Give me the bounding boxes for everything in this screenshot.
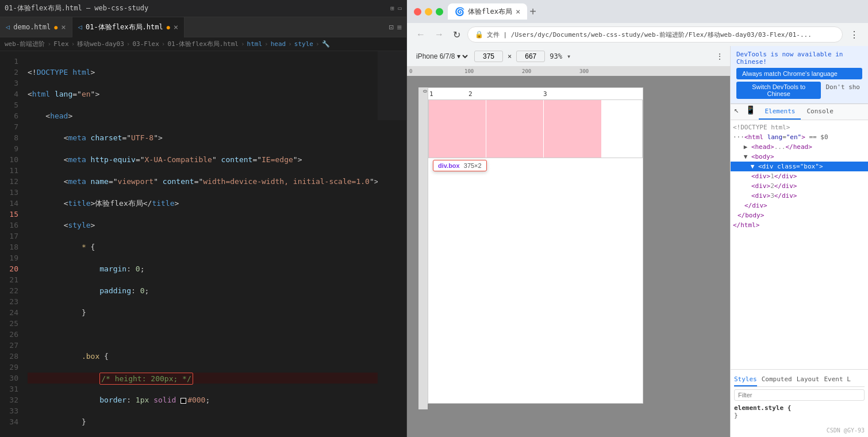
tab-label-active: 01-体验flex布局.html — [86, 22, 163, 32]
new-tab-button[interactable]: + — [529, 5, 536, 18]
tooltip-label: div.box — [438, 162, 460, 169]
code-content[interactable]: <!DOCTYPE html> <html lang="en"> <head> … — [23, 51, 378, 437]
device-select[interactable]: iPhone 6/7/8 ▾ — [414, 52, 470, 61]
close-window-button[interactable] — [414, 8, 421, 16]
close-tab-demo[interactable]: × — [61, 22, 66, 32]
browser-tab[interactable]: 🌀 体验flex布局 × — [448, 3, 527, 20]
back-button[interactable]: ← — [414, 27, 428, 42]
demo-div-1 — [429, 100, 486, 158]
tab-actions: ⊡ ≡ — [389, 22, 406, 32]
lock-icon: 🔒 — [475, 30, 483, 39]
demo-box — [428, 99, 643, 158]
watermark: CSDN @GY-93 — [734, 421, 865, 434]
modified-dot-2: ● — [167, 24, 170, 30]
dom-node-body[interactable]: ▼ <body> — [731, 152, 868, 162]
dont-show-button[interactable]: Don't sho — [823, 82, 862, 99]
styles-tab-styles[interactable]: Styles — [734, 373, 757, 386]
bc-4: 03-Flex — [132, 40, 159, 48]
traffic-lights — [414, 8, 443, 16]
tooltip-size: 375×2 — [464, 162, 482, 169]
demo-div-3 — [544, 100, 601, 158]
ruler-top: 0 100 200 300 — [407, 67, 730, 76]
editor-tabs: ◁ demo.html ● × ◁ 01-体验flex布局.html ● × ⊡… — [0, 17, 406, 37]
browser-panel: 🌀 体验flex布局 × + ← → ↻ 🔒 文件 | /Users/dyc/D… — [407, 0, 868, 437]
devtools-icon-device[interactable]: 📱 — [742, 104, 759, 120]
browser-tab-title: 体验flex布局 — [468, 7, 512, 17]
favicon-icon: 🌀 — [455, 7, 464, 16]
bc-5: 01-体验flex布局.html — [167, 40, 238, 48]
devtools-more[interactable]: ⋮ — [716, 52, 723, 60]
editor-title: 01-体验flex布局.html — web-css-study — [5, 3, 148, 13]
split-icon[interactable]: ⊡ — [389, 22, 393, 32]
num-2-label: 2 — [468, 90, 473, 98]
height-input[interactable] — [516, 51, 545, 62]
phone-frame-wrapper: 1 2 3 div.box 375×2 — [428, 87, 643, 404]
bc-9: 🔧 — [322, 40, 330, 48]
notification-text: DevTools is now available in Chinese! — [736, 51, 843, 66]
cursor-icon: ↖ — [734, 105, 739, 114]
breadcrumb: web-前端进阶 › Flex › 移动web-day03 › 03-Flex … — [0, 37, 406, 51]
devtools-tab-console[interactable]: Console — [801, 104, 839, 120]
minimap — [378, 51, 406, 120]
styles-panel: Styles Computed Layout Event L element.s… — [731, 369, 868, 437]
num-3-label: 3 — [543, 90, 547, 98]
dom-node-html[interactable]: ···<html lang="en"> == $0 — [731, 132, 868, 142]
styles-tabs: Styles Computed Layout Event L — [734, 373, 865, 387]
menu-icon[interactable]: ≡ — [397, 22, 402, 32]
devtools-menu[interactable]: ⋮ — [847, 27, 861, 43]
dom-node-body-close[interactable]: </body> — [731, 210, 868, 220]
tab-arrow: ◁ — [6, 23, 10, 31]
code-area[interactable]: 12345 678910 1112131415 1617181920 21222… — [0, 51, 406, 437]
size-separator: × — [508, 52, 512, 60]
zoom-chevron[interactable]: ▾ — [567, 52, 571, 60]
dom-node-box[interactable]: ▼ <div class="box"> — [731, 162, 868, 171]
minimize-window-button[interactable] — [425, 8, 432, 16]
dom-node-head[interactable]: ▶ <head>...</head> — [731, 142, 868, 152]
browser-main: iPhone 6/7/8 ▾ × 93% ▾ ⋮ 0 100 200 300 — [407, 46, 868, 437]
devtools-action-row: Switch DevTools to Chinese Don't sho — [736, 82, 862, 99]
devtools-tab-elements[interactable]: Elements — [759, 104, 801, 120]
reload-button[interactable]: ↻ — [451, 27, 463, 43]
devtools-icon-select[interactable]: ↖ — [731, 104, 742, 120]
styles-tab-event[interactable]: Event L — [824, 373, 850, 386]
close-tab-active[interactable]: × — [174, 22, 178, 32]
modified-dot-1: ● — [54, 24, 57, 30]
editor-tab-demo[interactable]: ◁ demo.html ● × — [0, 17, 72, 37]
filter-input[interactable] — [734, 389, 865, 401]
switch-language-button[interactable]: Switch DevTools to Chinese — [736, 82, 821, 99]
dom-node-div3[interactable]: <div>3</div> — [731, 191, 868, 201]
width-input[interactable] — [474, 51, 503, 62]
styles-tab-layout[interactable]: Layout — [797, 373, 820, 386]
devtools-tabs: ↖ 📱 Elements Console — [731, 104, 868, 120]
dom-node-div2[interactable]: <div>2</div> — [731, 181, 868, 191]
styles-tab-computed[interactable]: Computed — [762, 373, 792, 386]
dom-tree[interactable]: <!DOCTYPE html> ···<html lang="en"> == $… — [731, 120, 868, 369]
style-rule-element: element.style { } — [734, 404, 865, 419]
device-icon: 📱 — [746, 105, 755, 114]
match-language-button[interactable]: Always match Chrome's language — [736, 68, 862, 79]
dom-node-div-close[interactable]: </div> — [731, 201, 868, 210]
dom-node-div1[interactable]: <div>1</div> — [731, 171, 868, 181]
bc-8: style — [294, 40, 313, 48]
maximize-window-button[interactable] — [436, 8, 443, 16]
devtools-panel: DevTools is now available in Chinese! Al… — [730, 46, 868, 437]
editor-titlebar: 01-体验flex布局.html — web-css-study ⊞ ▭ — [0, 0, 406, 17]
editor-icons: ⊞ ▭ — [390, 5, 402, 12]
zoom-label: 93% — [550, 52, 562, 60]
url-text: 文件 | /Users/dyc/Documents/web-css-study/… — [487, 30, 812, 39]
tab-label-demo: demo.html — [13, 23, 51, 31]
ruler-left: 0 — [418, 87, 428, 409]
bc-6: html — [247, 40, 263, 48]
dom-node-html-close[interactable]: </html> — [731, 220, 868, 230]
close-browser-tab[interactable]: × — [516, 7, 520, 16]
bc-7: head — [271, 40, 286, 48]
viewport-canvas: 0 1 2 3 — [407, 76, 730, 437]
viewport-toolbar: iPhone 6/7/8 ▾ × 93% ▾ ⋮ — [407, 46, 730, 67]
forward-button[interactable]: → — [432, 27, 446, 42]
browser-nav: ← → ↻ 🔒 文件 | /Users/dyc/Documents/web-cs… — [407, 23, 868, 46]
dom-node-doctype[interactable]: <!DOCTYPE html> — [731, 122, 868, 132]
devtools-notification: DevTools is now available in Chinese! Al… — [731, 46, 868, 104]
browser-tab-bar: 🌀 体验flex布局 × + — [448, 3, 861, 20]
editor-tab-active[interactable]: ◁ 01-体验flex布局.html ● × — [72, 17, 185, 37]
address-bar[interactable]: 🔒 文件 | /Users/dyc/Documents/web-css-stud… — [467, 26, 843, 43]
